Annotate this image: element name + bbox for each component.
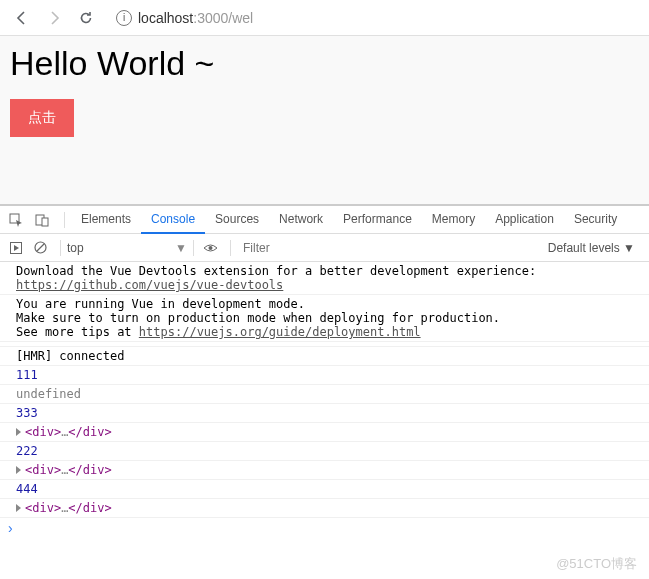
page-content: Hello World ~ 点击 xyxy=(0,36,649,204)
svg-point-6 xyxy=(208,246,212,250)
eye-icon[interactable] xyxy=(200,238,220,258)
expand-arrow-icon[interactable] xyxy=(16,466,21,474)
browser-navbar: i localhost:3000/wel xyxy=(0,0,649,36)
svg-rect-2 xyxy=(42,218,48,226)
console-dom-element[interactable]: <div>…</div> xyxy=(0,499,649,518)
reload-icon[interactable] xyxy=(74,6,98,30)
back-icon[interactable] xyxy=(10,6,34,30)
console-toolbar: top▼ Default levels ▼ xyxy=(0,234,649,262)
levels-selector[interactable]: Default levels ▼ xyxy=(548,241,643,255)
svg-line-5 xyxy=(37,244,44,251)
info-icon[interactable]: i xyxy=(116,10,132,26)
click-button[interactable]: 点击 xyxy=(10,99,74,137)
separator xyxy=(193,240,194,256)
clear-icon[interactable] xyxy=(30,238,50,258)
tab-console[interactable]: Console xyxy=(141,206,205,234)
filter-input[interactable] xyxy=(237,241,548,255)
context-selector[interactable]: top▼ xyxy=(67,241,187,255)
tab-sources[interactable]: Sources xyxy=(205,206,269,233)
tabs-container: ElementsConsoleSourcesNetworkPerformance… xyxy=(71,206,627,233)
console-text: Make sure to turn on production mode whe… xyxy=(16,311,633,325)
console-link[interactable]: https://vuejs.org/guide/deployment.html xyxy=(139,325,421,339)
console-undefined: undefined xyxy=(0,385,649,404)
console-number: 111 xyxy=(0,366,649,385)
separator xyxy=(60,240,61,256)
devtools-tabs: ElementsConsoleSourcesNetworkPerformance… xyxy=(0,206,649,234)
console-dom-element[interactable]: <div>…</div> xyxy=(0,461,649,480)
tab-security[interactable]: Security xyxy=(564,206,627,233)
tab-performance[interactable]: Performance xyxy=(333,206,422,233)
console-link[interactable]: https://github.com/vuejs/vue-devtools xyxy=(16,278,283,292)
console-dom-element[interactable]: <div>…</div> xyxy=(0,423,649,442)
console-number: 333 xyxy=(0,404,649,423)
url-host: localhost xyxy=(138,10,193,26)
console-text: Download the Vue Devtools extension for … xyxy=(16,264,633,278)
forward-icon[interactable] xyxy=(42,6,66,30)
expand-arrow-icon[interactable] xyxy=(16,428,21,436)
separator xyxy=(230,240,231,256)
page-heading: Hello World ~ xyxy=(10,44,639,83)
tab-elements[interactable]: Elements xyxy=(71,206,141,233)
expand-arrow-icon[interactable] xyxy=(16,504,21,512)
tab-memory[interactable]: Memory xyxy=(422,206,485,233)
play-icon[interactable] xyxy=(6,238,26,258)
tab-application[interactable]: Application xyxy=(485,206,564,233)
separator xyxy=(64,212,65,228)
inspect-icon[interactable] xyxy=(6,210,26,230)
console-text: See more tips at https://vuejs.org/guide… xyxy=(16,325,633,339)
device-icon[interactable] xyxy=(32,210,52,230)
console-text: [HMR] connected xyxy=(0,347,649,366)
console-output: Download the Vue Devtools extension for … xyxy=(0,262,649,518)
console-number: 222 xyxy=(0,442,649,461)
console-prompt[interactable]: › xyxy=(0,518,649,538)
tab-network[interactable]: Network xyxy=(269,206,333,233)
console-number: 444 xyxy=(0,480,649,499)
console-text: You are running Vue in development mode. xyxy=(16,297,633,311)
devtools-panel: ElementsConsoleSourcesNetworkPerformance… xyxy=(0,204,649,538)
url-bar[interactable]: localhost:3000/wel xyxy=(138,10,253,26)
